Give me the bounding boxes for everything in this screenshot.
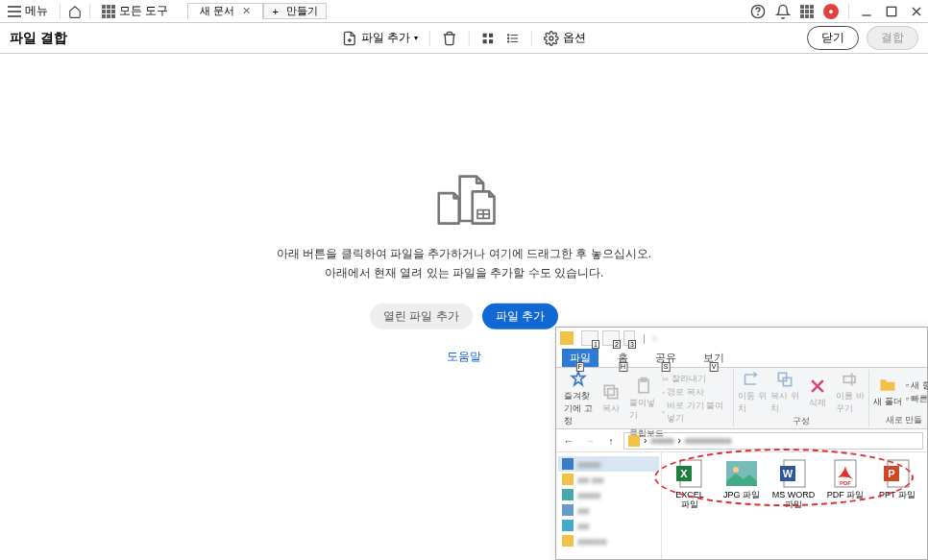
ribbon-tab-share[interactable]: 공유S [647, 349, 684, 367]
delete-icon [808, 377, 827, 396]
close-icon[interactable] [909, 4, 924, 19]
address-bar-row: ← → ↑ › ■■■■ › ■■■■■■■■ [556, 429, 927, 452]
menu-button[interactable]: 메뉴 [4, 1, 52, 21]
menubar-right: ● [750, 4, 924, 19]
folder-icon [560, 331, 574, 345]
quick-access-button[interactable]: ▫빠른 [906, 393, 928, 405]
rename-button[interactable]: 이름 바꾸기 [836, 370, 865, 415]
copy-button[interactable]: 복사 [597, 382, 625, 415]
pin-icon [569, 370, 588, 389]
add-open-files-button[interactable]: 열린 파일 추가 [370, 304, 473, 329]
account-icon[interactable]: ● [823, 4, 839, 19]
menubar: 메뉴 모든 도구 새 문서 ✕ + 만들기 ● [0, 0, 928, 23]
copy-to[interactable]: 복사 위치 [770, 370, 799, 415]
key-hint: 1 [592, 340, 599, 349]
key-hint: F [576, 362, 584, 372]
file-label: JPG 파일 [723, 491, 760, 500]
new-folder[interactable]: 새 폴더 [873, 376, 902, 408]
svg-point-13 [508, 34, 509, 35]
tree-item[interactable]: ■■ [558, 502, 659, 518]
folder-icon [628, 435, 640, 447]
new-item-button[interactable]: ▫새 항 [906, 379, 928, 392]
combine-button[interactable]: 결합 [867, 26, 918, 50]
bell-icon[interactable] [775, 4, 791, 19]
tree-item[interactable]: ■■ [558, 518, 659, 533]
address-bar[interactable]: › ■■■■ › ■■■■■■■■ [623, 432, 923, 450]
svg-point-1 [758, 14, 759, 15]
file-label: PPT 파일 [879, 491, 916, 500]
options-button[interactable]: 옵션 [544, 30, 586, 46]
pin-favorites[interactable]: 즐겨찾기에 고정 [564, 370, 593, 427]
file-label: MS WORD 파일 [771, 491, 816, 510]
add-file-button[interactable]: 파일 추가 [482, 304, 558, 329]
file-ppt[interactable]: P PPT 파일 [875, 458, 919, 510]
apps-icon[interactable] [800, 5, 814, 18]
tab-close-icon[interactable]: ✕ [242, 5, 251, 17]
ribbon-tab-view[interactable]: 보기V [696, 349, 732, 367]
move-to[interactable]: 이동 위치 [738, 370, 767, 415]
ribbon-group-clipboard: 즐겨찾기에 고정 복사 붙여넣기 ✂잘라내기 ▫경로 복사 ▫바로 가기 붙여넣… [560, 370, 734, 426]
paste-shortcut-button[interactable]: ▫바로 가기 붙여넣기 [662, 400, 729, 425]
ribbon-tab-home[interactable]: 홈H [610, 349, 636, 367]
qat-item[interactable]: 2 [602, 330, 620, 346]
copyto-icon [775, 370, 794, 389]
excel-icon: X [674, 458, 705, 489]
svg-point-16 [549, 37, 553, 40]
tab-new-document[interactable]: 새 문서 ✕ [187, 3, 263, 19]
folder-icon [562, 474, 574, 485]
ribbon-group-new: 새 폴더 ▫새 항 ▫빠른 새로 만들 [869, 370, 928, 426]
add-file-toolbar-button[interactable]: 파일 추가 ▾ [342, 30, 418, 46]
dropdown-icon: ▾ [414, 34, 418, 42]
copy-path-button[interactable]: ▫경로 복사 [662, 386, 704, 399]
explorer-titlebar: 1 2 3 | ▪ [556, 328, 927, 349]
options-label: 옵션 [563, 30, 586, 46]
file-pdf[interactable]: PDF PDF 파일 [823, 458, 867, 510]
svg-rect-7 [489, 33, 493, 37]
all-tools-button[interactable]: 모든 도구 [98, 1, 172, 21]
downloads-icon [562, 489, 574, 500]
key-hint: V [710, 362, 719, 372]
trash-icon[interactable] [442, 31, 457, 46]
tree-item[interactable]: ■■■■■ [558, 533, 659, 548]
paste-button[interactable]: 붙여넣기 [629, 377, 658, 422]
empty-line2: 아래에서 현재 열려 있는 파일을 추가할 수도 있습니다. [277, 263, 651, 281]
breadcrumb-blurred: ■■■■ [650, 435, 673, 446]
new-small: ▫새 항 ▫빠른 [906, 379, 928, 405]
maximize-icon[interactable] [884, 4, 899, 19]
close-button[interactable]: 닫기 [807, 26, 859, 50]
ribbon-tab-file[interactable]: 파일F [562, 349, 598, 367]
svg-rect-8 [483, 39, 487, 43]
grid-view-icon[interactable] [481, 32, 495, 45]
files-pane: X EXCEL 파일 JPG 파일 W MS WORD 파일 PDF PDF 파… [662, 452, 927, 559]
home-icon[interactable] [68, 5, 82, 18]
file-word[interactable]: W MS WORD 파일 [771, 458, 816, 510]
up-button[interactable]: ↑ [602, 432, 620, 450]
help-link[interactable]: 도움말 [447, 349, 481, 365]
cut-button[interactable]: ✂잘라내기 [662, 373, 706, 385]
tree-item[interactable]: ■■■■ [558, 456, 659, 472]
delete-button[interactable]: 삭제 [803, 377, 832, 409]
file-jpg[interactable]: JPG 파일 [720, 458, 764, 510]
pdf-icon: PDF [830, 458, 861, 489]
toolbar: 파일 결합 파일 추가 ▾ 옵션 닫기 결합 [0, 23, 928, 54]
minimize-icon[interactable] [859, 4, 874, 19]
tree-item[interactable]: ■■ ■■ [558, 472, 659, 487]
qat-dropdown[interactable]: 3 [623, 330, 635, 346]
nav-tree: ■■■■ ■■ ■■ ■■■■ ■■ ■■ ■■■■■ [556, 452, 662, 559]
tabs: 새 문서 ✕ + 만들기 [187, 3, 327, 19]
list-view-icon[interactable] [506, 32, 520, 45]
menubar-left: 메뉴 모든 도구 새 문서 ✕ + 만들기 [4, 1, 327, 21]
tab-add[interactable]: + 만들기 [263, 3, 326, 19]
help-icon[interactable] [750, 4, 766, 19]
word-icon: W [778, 458, 809, 489]
ribbon-group-organize: 이동 위치 복사 위치 삭제 이름 바꾸기 구성 [734, 370, 869, 426]
qat-item[interactable]: 1 [581, 330, 598, 346]
tree-item[interactable]: ■■■■ [558, 487, 659, 502]
file-excel[interactable]: X EXCEL 파일 [668, 458, 712, 510]
forward-button[interactable]: → [581, 432, 598, 450]
key-hint: 2 [613, 340, 621, 349]
file-explorer-window: 1 2 3 | ▪ 파일F 홈H 공유S 보기V 즐겨찾기에 고정 복사 붙여넣… [555, 327, 928, 560]
back-button[interactable]: ← [560, 432, 577, 450]
files-grid: X EXCEL 파일 JPG 파일 W MS WORD 파일 PDF PDF 파… [668, 458, 921, 510]
add-file-icon [342, 31, 357, 46]
